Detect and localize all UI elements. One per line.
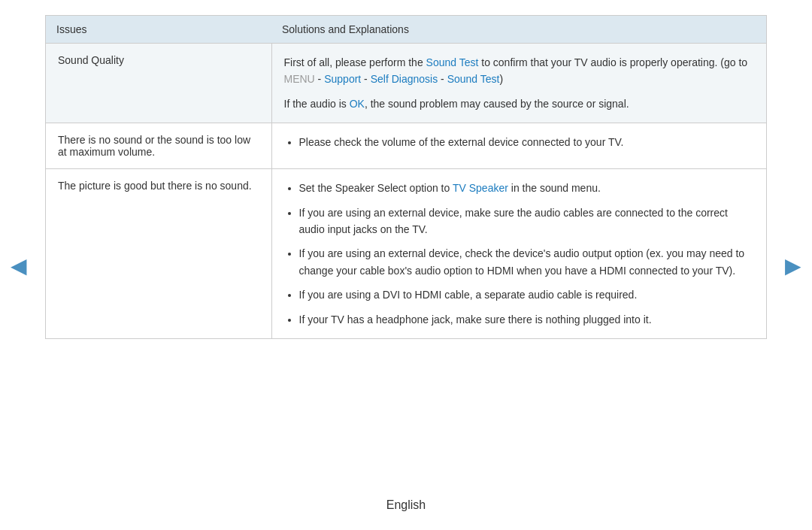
solution-cell-sound-quality: First of all, please perform the Sound T… [271, 44, 766, 123]
link-tv-speaker: TV Speaker [453, 182, 508, 194]
link-sound-test-2: Sound Test [447, 73, 500, 85]
list-item: If you are using a DVI to HDMI cable, a … [299, 286, 755, 303]
solution-cell-picture-good: Set the Speaker Select option to TV Spea… [271, 169, 766, 338]
link-sound-test-1: Sound Test [426, 56, 479, 68]
list-item: Set the Speaker Select option to TV Spea… [299, 180, 755, 196]
table-row: There is no sound or the sound is too lo… [46, 123, 766, 169]
solution-cell-no-sound-low: Please check the volume of the external … [271, 123, 766, 169]
table-row: Sound Quality First of all, please perfo… [46, 44, 766, 123]
list-item: If your TV has a headphone jack, make su… [299, 311, 755, 328]
content-table: Issues Solutions and Explanations Sound … [46, 16, 766, 338]
solution-list-picture-good: Set the Speaker Select option to TV Spea… [284, 180, 755, 328]
footer-language: English [0, 498, 812, 512]
page-container: ◀ ▶ Issues Solutions and Explanations So… [0, 0, 812, 530]
nav-left-arrow[interactable]: ◀ [11, 253, 27, 277]
link-self-diagnosis: Self Diagnosis [371, 73, 438, 85]
header-col-issues: Issues [46, 16, 271, 44]
table-header-row: Issues Solutions and Explanations [46, 16, 766, 44]
solution-paragraph-1: First of all, please perform the Sound T… [284, 54, 755, 88]
link-support: Support [324, 73, 361, 85]
main-table-wrapper: Issues Solutions and Explanations Sound … [45, 15, 767, 339]
issue-cell-picture-good: The picture is good but there is no soun… [46, 169, 271, 338]
link-ok: OK [350, 98, 365, 110]
list-item: If you are using an external device, che… [299, 245, 755, 279]
solution-list-no-sound-low: Please check the volume of the external … [284, 134, 755, 150]
menu-label: MENU [284, 73, 315, 85]
list-item: If you are using an external device, mak… [299, 204, 755, 238]
issue-cell-sound-quality: Sound Quality [46, 44, 271, 123]
nav-right-arrow[interactable]: ▶ [785, 253, 801, 277]
header-col-solutions: Solutions and Explanations [271, 16, 766, 44]
table-row: The picture is good but there is no soun… [46, 169, 766, 338]
list-item: Please check the volume of the external … [299, 134, 755, 150]
solution-paragraph-2: If the audio is OK, the sound problem ma… [284, 95, 755, 112]
issue-cell-no-sound-low: There is no sound or the sound is too lo… [46, 123, 271, 169]
